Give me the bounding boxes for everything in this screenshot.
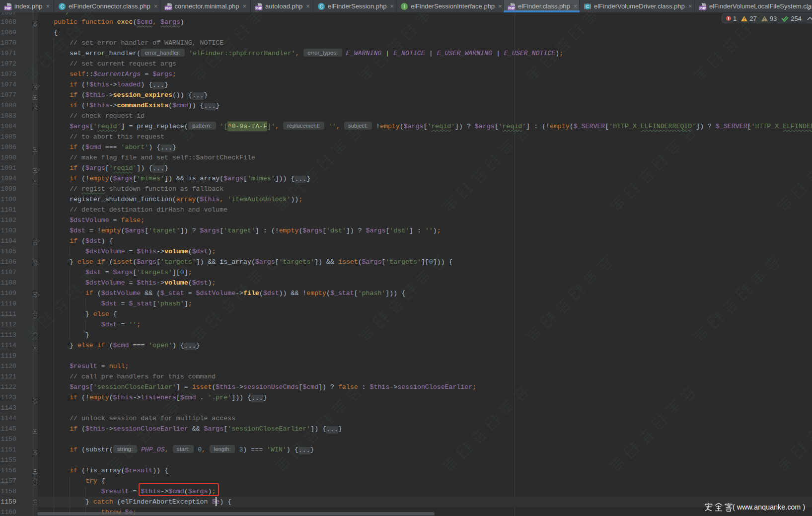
svg-text:C: C <box>586 4 590 9</box>
svg-text:PHP: PHP <box>699 6 706 9</box>
svg-text:PHP: PHP <box>255 6 262 9</box>
svg-text:C: C <box>60 3 64 9</box>
svg-text:C: C <box>319 3 323 9</box>
svg-text:PHP: PHP <box>4 6 11 9</box>
svg-text:I: I <box>404 3 405 9</box>
svg-text:PHP: PHP <box>508 6 515 9</box>
svg-text:PHP: PHP <box>165 6 172 9</box>
